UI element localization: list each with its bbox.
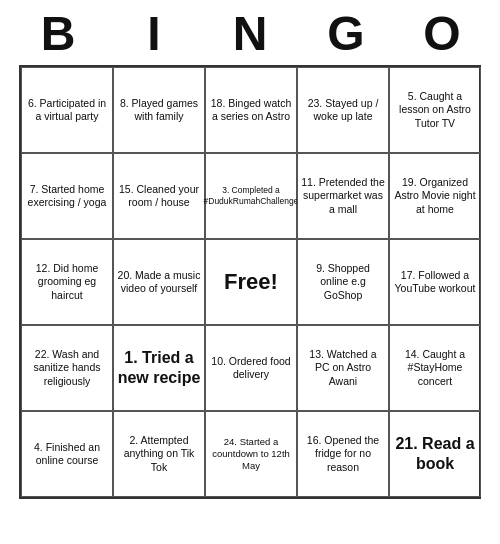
cell-11: 12. Did home grooming eg haircut [21, 239, 113, 325]
cell-22: 2. Attempted anything on Tik Tok [113, 411, 205, 497]
cell-3: 18. Binged watch a series on Astro [205, 67, 297, 153]
cell-1: 6. Participated in a virtual party [21, 67, 113, 153]
cell-24: 16. Opened the fridge for no reason [297, 411, 389, 497]
cell-7: 15. Cleaned your room / house [113, 153, 205, 239]
cell-2: 8. Played games with family [113, 67, 205, 153]
cell-17: 1. Tried a new recipe [113, 325, 205, 411]
letter-b: B [14, 6, 102, 61]
cell-20: 14. Caught a #StayHome concert [389, 325, 481, 411]
cell-19: 13. Watched a PC on Astro Awani [297, 325, 389, 411]
cell-10: 19. Organized Astro Movie night at home [389, 153, 481, 239]
letter-n: N [206, 6, 294, 61]
cell-14: 9. Shopped online e.g GoShop [297, 239, 389, 325]
letter-g: G [302, 6, 390, 61]
cell-12: 20. Made a music video of yourself [113, 239, 205, 325]
cell-15: 17. Followed a YouTube workout [389, 239, 481, 325]
cell-16: 22. Wash and sanitize hands religiously [21, 325, 113, 411]
bingo-header: B I N G O [10, 0, 490, 65]
bingo-grid: 6. Participated in a virtual party8. Pla… [19, 65, 481, 499]
cell-23: 24. Started a countdown to 12th May [205, 411, 297, 497]
cell-13: Free! [205, 239, 297, 325]
cell-5: 5. Caught a lesson on Astro Tutor TV [389, 67, 481, 153]
letter-i: I [110, 6, 198, 61]
cell-18: 10. Ordered food delivery [205, 325, 297, 411]
cell-8: 3. Completed a #DudukRumahChallenge [205, 153, 297, 239]
cell-21: 4. Finished an online course [21, 411, 113, 497]
letter-o: O [398, 6, 486, 61]
cell-4: 23. Stayed up / woke up late [297, 67, 389, 153]
cell-6: 7. Started home exercising / yoga [21, 153, 113, 239]
cell-9: 11. Pretended the supermarket was a mall [297, 153, 389, 239]
cell-25: 21. Read a book [389, 411, 481, 497]
